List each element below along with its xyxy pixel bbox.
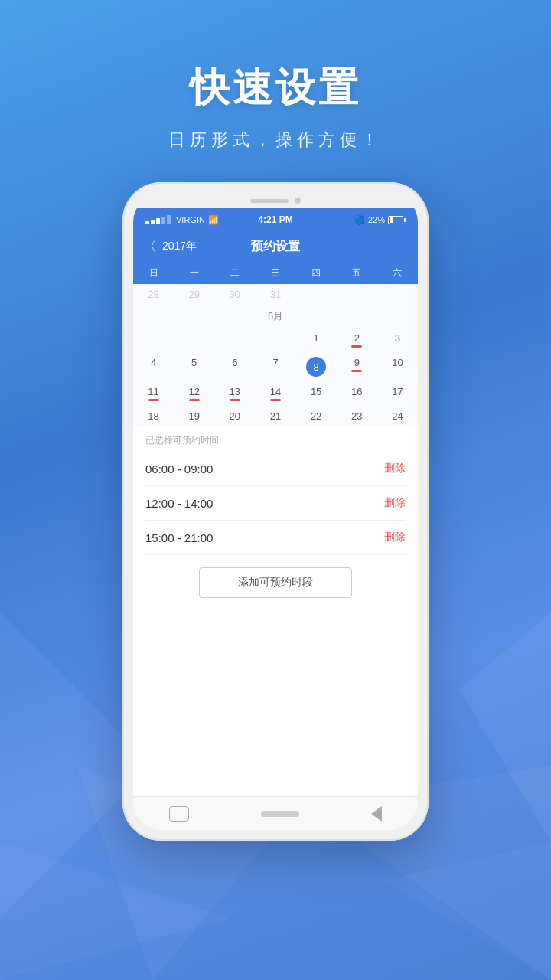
bottom-back-button[interactable] [371, 806, 382, 822]
cal-day-name-五: 五 [337, 265, 377, 281]
svg-marker-1 [459, 612, 551, 842]
svg-marker-5 [383, 842, 551, 980]
nav-year: 2017年 [162, 240, 197, 253]
bottom-square-icon[interactable] [169, 806, 189, 822]
back-chevron-icon: 〈 [144, 239, 156, 255]
cal-cell-0-5 [337, 284, 377, 305]
cal-cell-2-0[interactable]: 4 [133, 352, 174, 381]
cal-cell-0-6 [377, 284, 418, 305]
slot-time-0: 06:00 - 09:00 [145, 462, 213, 475]
status-right: 🔵 22% [354, 215, 406, 225]
slots-label: 已选择可预约时间 [145, 426, 406, 452]
cal-cell-0-3[interactable]: 31 [255, 284, 295, 305]
cal-cell-4-6[interactable]: 24 [377, 406, 418, 426]
cal-cell-2-3[interactable]: 7 [255, 352, 295, 381]
battery-percent: 22% [368, 215, 385, 224]
slot-row-2: 15:00 - 21:00删除 [145, 521, 406, 555]
status-left: VIRGIN 📶 [145, 215, 219, 225]
month-label: 6月 [133, 305, 418, 328]
cal-cell-3-6[interactable]: 17 [377, 381, 418, 406]
cal-cell-2-6[interactable]: 10 [377, 352, 418, 381]
nav-title: 预约设置 [251, 239, 300, 255]
nav-bar: 〈 2017年 预约设置 [133, 231, 418, 262]
cal-cell-1-4[interactable]: 1 [296, 328, 337, 352]
cal-cell-0-1[interactable]: 29 [174, 284, 214, 305]
slot-delete-button-2[interactable]: 删除 [384, 531, 406, 544]
wifi-icon: 📶 [208, 215, 219, 225]
cal-cell-3-3[interactable]: 14 [255, 381, 295, 406]
add-slot-button[interactable]: 添加可预约时段 [199, 567, 352, 598]
slot-row-1: 12:00 - 14:00删除 [145, 486, 406, 521]
cal-day-name-六: 六 [377, 265, 418, 281]
cal-cell-4-5[interactable]: 23 [337, 406, 377, 426]
cal-cell-1-0 [133, 328, 174, 352]
slot-row-0: 06:00 - 09:00删除 [145, 452, 406, 486]
time-slots-section: 已选择可预约时间 06:00 - 09:00删除12:00 - 14:00删除1… [133, 426, 418, 796]
bluetooth-icon: 🔵 [354, 215, 365, 225]
signal-dots [145, 215, 171, 224]
cal-week-1: 123 [133, 328, 418, 352]
calendar-header: 日一二三四五六 [133, 262, 418, 284]
cal-cell-2-1[interactable]: 5 [174, 352, 214, 381]
cal-cell-3-2[interactable]: 13 [214, 381, 255, 406]
cal-cell-4-3[interactable]: 21 [255, 406, 295, 426]
page-title: 快速设置 [190, 61, 361, 115]
status-bar: VIRGIN 📶 4:21 PM 🔵 22% [133, 208, 418, 231]
slot-delete-button-0[interactable]: 删除 [384, 462, 406, 475]
calendar-body: 282930316月123456789101112131415161718192… [133, 284, 418, 426]
cal-cell-2-4[interactable]: 8 [296, 352, 337, 381]
carrier-name: VIRGIN [176, 215, 205, 224]
cal-week-3: 11121314151617 [133, 381, 418, 406]
cal-cell-2-5[interactable]: 9 [337, 352, 377, 381]
cal-day-name-日: 日 [133, 265, 174, 281]
phone-mockup: VIRGIN 📶 4:21 PM 🔵 22% 〈 2017年 [122, 182, 429, 841]
cal-week-2: 45678910 [133, 352, 418, 381]
cal-cell-1-5[interactable]: 2 [337, 328, 377, 352]
status-time: 4:21 PM [258, 214, 292, 225]
slot-delete-button-1[interactable]: 删除 [384, 496, 406, 510]
phone-bottom-bar [133, 796, 418, 830]
cal-cell-4-0[interactable]: 18 [133, 406, 174, 426]
cal-cell-1-2 [214, 328, 255, 352]
slot-time-2: 15:00 - 21:00 [145, 531, 213, 544]
bottom-home-button[interactable] [261, 811, 299, 817]
cal-day-name-二: 二 [214, 265, 255, 281]
cal-cell-1-6[interactable]: 3 [377, 328, 418, 352]
cal-day-name-三: 三 [255, 265, 295, 281]
cal-week-4: 18192021222324 [133, 406, 418, 426]
cal-cell-4-2[interactable]: 20 [214, 406, 255, 426]
battery-icon [388, 216, 406, 224]
cal-cell-3-5[interactable]: 16 [337, 381, 377, 406]
cal-cell-0-0[interactable]: 28 [133, 284, 174, 305]
slot-time-1: 12:00 - 14:00 [145, 497, 213, 510]
cal-cell-4-1[interactable]: 19 [174, 406, 214, 426]
cal-cell-3-4[interactable]: 15 [296, 381, 337, 406]
cal-day-name-一: 一 [174, 265, 214, 281]
cal-cell-2-2[interactable]: 6 [214, 352, 255, 381]
camera-dot [295, 198, 301, 204]
cal-cell-4-4[interactable]: 22 [296, 406, 337, 426]
cal-cell-0-2[interactable]: 30 [214, 284, 255, 305]
cal-cell-3-1[interactable]: 12 [174, 381, 214, 406]
cal-week-0: 28293031 [133, 284, 418, 305]
svg-marker-4 [0, 842, 230, 980]
nav-back-button[interactable]: 〈 2017年 [144, 239, 197, 255]
cal-cell-1-1 [174, 328, 214, 352]
speaker [250, 199, 289, 203]
page-subtitle: 日历形式，操作方便！ [168, 129, 383, 152]
cal-cell-0-4 [296, 284, 337, 305]
phone-top-bar [133, 193, 418, 208]
cal-day-name-四: 四 [296, 265, 337, 281]
cal-cell-3-0[interactable]: 11 [133, 381, 174, 406]
cal-cell-1-3 [255, 328, 295, 352]
